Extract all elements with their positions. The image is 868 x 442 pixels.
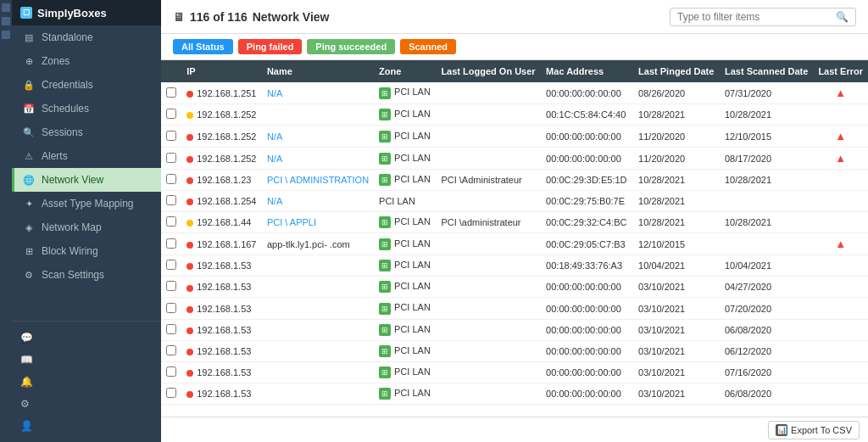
export-csv-button[interactable]: 📊 Export To CSV — [768, 421, 860, 439]
cell-scanned: 12/10/2015 — [720, 126, 813, 148]
cell-mac: 00:00:00:00:00:00 — [541, 383, 633, 404]
row-checkbox[interactable] — [166, 153, 176, 163]
row-checkbox[interactable] — [166, 195, 176, 205]
row-checkbox[interactable] — [166, 131, 176, 141]
row-checkbox[interactable] — [166, 345, 176, 355]
credentials-icon: 🔒 — [23, 79, 35, 91]
rail-icon-3 — [2, 31, 10, 39]
cell-name[interactable]: N/A — [262, 191, 374, 212]
cell-ip: 192.168.1.252 — [181, 148, 262, 170]
sidebar-item-alerts[interactable]: ⚠ Alerts — [12, 144, 161, 168]
cell-logged — [436, 148, 541, 170]
col-zone[interactable]: Zone — [374, 60, 436, 82]
cell-name[interactable]: N/A — [262, 148, 374, 170]
filter-scanned-button[interactable]: Scanned — [400, 39, 456, 54]
col-ip[interactable]: IP — [181, 60, 262, 82]
row-checkbox[interactable] — [166, 174, 176, 184]
row-checkbox[interactable] — [166, 281, 176, 291]
status-dot — [186, 327, 193, 334]
cell-zone: ⊞PCI LAN — [374, 233, 436, 255]
cell-ip: 192.168.1.44 — [181, 212, 262, 233]
row-checkbox[interactable] — [166, 388, 176, 398]
cell-name — [262, 255, 374, 277]
sidebar-item-block-wiring[interactable]: ⊞ Block Wiring — [12, 239, 161, 263]
row-checkbox[interactable] — [166, 87, 176, 98]
cell-scanned: 06/12/2020 — [720, 340, 813, 361]
cell-logged — [436, 255, 541, 277]
settings-icon: ⚙ — [20, 398, 32, 410]
sidebar-item-zones[interactable]: ⊕ Zones — [12, 49, 161, 73]
scan-settings-icon: ⚙ — [23, 269, 35, 281]
filter-all-button[interactable]: All Status — [173, 39, 233, 54]
zone-icon: ⊞ — [379, 324, 391, 336]
rail-icon-1 — [2, 3, 10, 12]
sidebar-item-credentials[interactable]: 🔒 Credentials — [12, 73, 161, 97]
error-icon: ▲ — [835, 152, 846, 165]
table-row: 192.168.1.252N/A⊞PCI LAN00:00:00:00:00:0… — [161, 126, 868, 148]
col-logged[interactable]: Last Logged On User — [436, 60, 541, 82]
sidebar-item-sessions[interactable]: 🔍 Sessions — [12, 120, 161, 144]
status-dot — [186, 306, 193, 313]
sidebar-item-schedules[interactable]: 📅 Schedules — [12, 97, 161, 120]
sidebar-bottom-book[interactable]: 📖 — [12, 349, 161, 371]
error-icon: ▲ — [835, 130, 846, 143]
sidebar-bottom-user[interactable]: 👤 — [12, 415, 161, 437]
cell-mac: 00:0C:29:3D:E5:1D — [541, 170, 633, 191]
row-checkbox[interactable] — [166, 303, 176, 313]
name-link[interactable]: N/A — [267, 154, 282, 164]
sidebar-item-standalone[interactable]: ▤ Standalone — [12, 25, 161, 49]
export-label: Export To CSV — [791, 425, 852, 435]
cell-scanned: 10/28/2021 — [720, 170, 813, 191]
cell-name[interactable]: N/A — [262, 82, 374, 104]
row-checkbox[interactable] — [166, 238, 176, 249]
sidebar-bottom-chat[interactable]: 💬 — [12, 327, 161, 349]
status-dot — [186, 91, 193, 98]
col-mac[interactable]: Mac Address — [541, 60, 633, 82]
row-checkbox[interactable] — [166, 324, 176, 334]
sidebar-bottom-bell[interactable]: 🔔 — [12, 371, 161, 393]
cell-name[interactable]: N/A — [262, 126, 374, 148]
sidebar-item-asset-type-mapping[interactable]: ✦ Asset Type Mapping — [12, 192, 161, 215]
col-name[interactable]: Name — [262, 60, 374, 82]
name-link[interactable]: N/A — [267, 88, 282, 98]
col-error[interactable]: Last Error — [813, 60, 868, 82]
filter-input[interactable] — [677, 11, 836, 23]
name-link[interactable]: N/A — [267, 131, 282, 142]
col-pinged[interactable]: Last Pinged Date — [633, 60, 720, 82]
export-icon: 📊 — [776, 424, 787, 436]
status-dot — [186, 391, 193, 398]
row-checkbox[interactable] — [166, 109, 176, 119]
filter-ping-succeeded-button[interactable]: Ping succeeded — [307, 39, 395, 54]
col-scanned[interactable]: Last Scanned Date — [720, 60, 813, 82]
page-view-label: Network View — [253, 10, 330, 24]
cell-zone: ⊞PCI LAN — [374, 170, 436, 191]
sidebar-item-network-view[interactable]: 🌐 Network View — [12, 168, 161, 192]
sidebar-bottom-settings[interactable]: ⚙ — [12, 393, 161, 415]
cell-pinged: 08/26/2020 — [633, 82, 720, 104]
name-link[interactable]: N/A — [267, 196, 282, 206]
cell-name[interactable]: PCI \ ADMINISTRATION — [262, 170, 374, 191]
name-link[interactable]: PCI \ APPLI — [267, 217, 316, 227]
table-row: 192.168.1.53⊞PCI LAN00:18:49:33:76:A310/… — [161, 255, 868, 277]
cell-mac: 00:00:00:00:00:00 — [541, 319, 633, 340]
sidebar-label-schedules: Schedules — [42, 103, 89, 115]
cell-pinged: 10/28/2021 — [633, 104, 720, 126]
cell-name[interactable]: PCI \ APPLI — [262, 212, 374, 233]
row-checkbox[interactable] — [166, 216, 176, 227]
filter-input-wrapper[interactable]: 🔍 — [670, 8, 856, 26]
filter-ping-failed-button[interactable]: Ping failed — [238, 39, 303, 54]
row-checkbox[interactable] — [166, 366, 176, 377]
cell-logged — [436, 233, 541, 255]
sidebar-item-scan-settings[interactable]: ⚙ Scan Settings — [12, 263, 161, 287]
status-dot — [186, 134, 193, 141]
cell-error: ▲ — [813, 82, 868, 104]
row-checkbox[interactable] — [166, 260, 176, 270]
network-view-icon: 🌐 — [23, 174, 35, 186]
zone-icon: ⊞ — [379, 388, 391, 400]
sidebar-item-network-map[interactable]: ◈ Network Map — [12, 215, 161, 239]
table-row: 192.168.1.252N/A⊞PCI LAN00:00:00:00:00:0… — [161, 148, 868, 170]
cell-zone: ⊞PCI LAN — [374, 298, 436, 319]
name-link[interactable]: PCI \ ADMINISTRATION — [267, 175, 369, 185]
zone-icon: ⊞ — [379, 238, 391, 250]
status-dot — [186, 156, 193, 163]
